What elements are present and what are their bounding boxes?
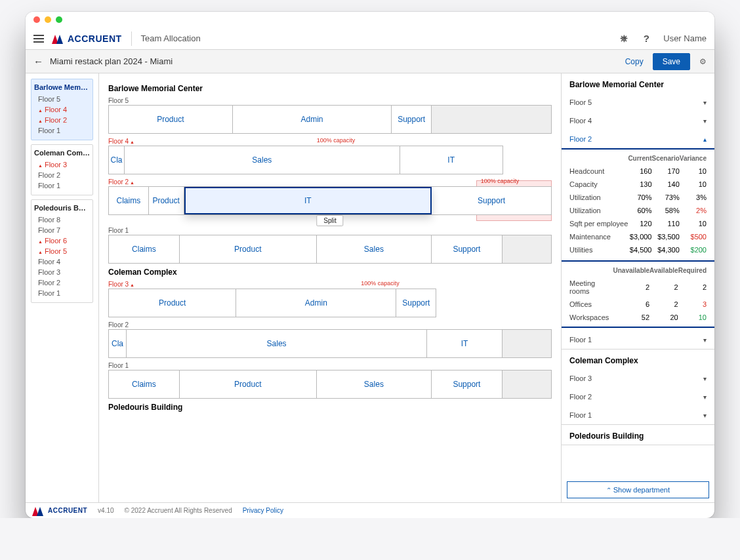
- sidenav: Barlowe Memorial ...Floor 5Floor 4Floor …: [26, 73, 99, 502]
- panel-floor-row[interactable]: Floor 1: [562, 406, 714, 424]
- floor-label: Floor 1: [108, 362, 552, 369]
- panel-floor-row[interactable]: Floor 4: [562, 111, 714, 130]
- department-slot[interactable]: Admin: [236, 289, 396, 317]
- sidenav-floor[interactable]: Floor 6: [34, 235, 90, 246]
- mac-min-icon[interactable]: [45, 16, 51, 23]
- privacy-link[interactable]: Privacy Policy: [243, 507, 283, 514]
- panel-floor-row[interactable]: Floor 2: [562, 130, 714, 150]
- department-slot[interactable]: Support: [432, 235, 503, 263]
- beacon-icon[interactable]: ⛯: [619, 33, 629, 44]
- split-button[interactable]: Split: [316, 215, 343, 226]
- module-title: Team Allocation: [141, 33, 201, 43]
- sidenav-floor[interactable]: Floor 1: [34, 180, 90, 191]
- floor-row: ClaSalesIT: [108, 146, 503, 174]
- brand-mark-icon: [53, 33, 64, 44]
- department-slot[interactable]: Admin: [233, 106, 392, 133]
- sidenav-floor[interactable]: Floor 5: [34, 94, 90, 104]
- right-panel: Barlowe Memorial CenterFloor 5Floor 4Flo…: [561, 73, 714, 502]
- mac-close-icon[interactable]: [33, 16, 40, 23]
- sidenav-floor[interactable]: Floor 5: [34, 246, 90, 256]
- department-slot[interactable]: Claims: [109, 187, 149, 214]
- building-title: Barlowe Memorial Center: [108, 84, 552, 93]
- footer-copyright: © 2022 Accruent All Rights Reserved: [125, 507, 232, 514]
- sidenav-building[interactable]: Coleman ComplexFloor 3Floor 2Floor 1: [31, 144, 93, 195]
- menu-icon[interactable]: [33, 35, 44, 43]
- sidenav-floor[interactable]: Floor 3: [34, 159, 90, 170]
- sidenav-floor[interactable]: Floor 3: [34, 267, 90, 277]
- department-slot[interactable]: Claims: [109, 370, 180, 398]
- department-slot[interactable]: Support: [392, 106, 432, 133]
- floor-label: Floor 3: [108, 281, 552, 288]
- copy-button[interactable]: Copy: [625, 57, 644, 66]
- sidenav-floor[interactable]: Floor 2: [34, 115, 90, 125]
- floor-row: ClaimsProductSalesSupport: [108, 235, 552, 264]
- sidenav-floor[interactable]: Floor 1: [34, 125, 90, 136]
- panel-floor-row[interactable]: Floor 1: [562, 330, 714, 349]
- sidenav-floor[interactable]: Floor 1: [34, 288, 90, 298]
- panel-floor-row[interactable]: Floor 2: [562, 388, 714, 406]
- user-name[interactable]: User Name: [663, 33, 707, 43]
- floor-label: Floor 5: [108, 97, 552, 104]
- footer-version: v4.10: [98, 507, 113, 514]
- department-slot[interactable]: Product: [180, 235, 317, 263]
- footer-logo: ACCRUENT: [33, 506, 87, 516]
- department-slot[interactable]: Product: [109, 289, 236, 317]
- brand-mark-icon: [33, 506, 44, 516]
- department-slot[interactable]: Sales: [127, 330, 427, 357]
- empty-slot: [503, 330, 551, 357]
- sidenav-building[interactable]: Barlowe Memorial ...Floor 5Floor 4Floor …: [31, 79, 93, 140]
- brand-logo: ACCRUENT: [53, 33, 122, 44]
- back-icon[interactable]: ←: [33, 56, 43, 67]
- canvas: Barlowe Memorial CenterFloor 5ProductAdm…: [99, 73, 561, 502]
- panel-building-title: Coleman Complex: [562, 350, 714, 369]
- floor-label: Floor 2: [108, 321, 552, 329]
- panel-floor-row[interactable]: Floor 5: [562, 93, 714, 111]
- department-slot[interactable]: IT: [400, 146, 503, 174]
- department-slot[interactable]: Cla: [109, 146, 125, 174]
- divider: [131, 31, 132, 46]
- floor-row: ClaimsProductITSupport: [108, 186, 552, 215]
- panel-building-title: Poledouris Building: [562, 425, 714, 445]
- department-slot[interactable]: Support: [432, 370, 503, 398]
- empty-slot: [503, 370, 551, 398]
- empty-slot: [432, 106, 551, 133]
- floor-label: Floor 1: [108, 227, 552, 234]
- department-slot[interactable]: Claims: [109, 235, 180, 263]
- department-slot[interactable]: IT: [427, 330, 503, 357]
- department-slot[interactable]: Support: [396, 289, 436, 317]
- mac-max-icon[interactable]: [56, 16, 62, 23]
- show-department-button[interactable]: Show department: [567, 481, 709, 498]
- panel-building-title: Barlowe Memorial Center: [562, 73, 714, 93]
- sidenav-building[interactable]: Poledouris BuildingFloor 8Floor 7Floor 6…: [31, 199, 93, 303]
- floor-row: ClaimsProductSalesSupport: [108, 370, 552, 399]
- department-slot[interactable]: Support: [432, 187, 551, 214]
- sidenav-floor[interactable]: Floor 2: [34, 170, 90, 180]
- floor-row: ProductAdminSupport: [108, 289, 436, 317]
- gear-icon[interactable]: ⚙: [699, 57, 707, 66]
- department-slot[interactable]: Cla: [109, 330, 127, 357]
- sidenav-floor[interactable]: Floor 4: [34, 104, 90, 115]
- help-icon[interactable]: ?: [641, 33, 651, 44]
- department-slot[interactable]: Sales: [317, 235, 432, 263]
- sidenav-floor[interactable]: Floor 7: [34, 225, 90, 235]
- capacity-marker: 100% capacity: [317, 137, 356, 144]
- sidenav-building-title: Poledouris Building: [34, 204, 90, 212]
- sidenav-floor[interactable]: Floor 2: [34, 277, 90, 288]
- department-slot[interactable]: Product: [109, 106, 233, 133]
- sidenav-building-title: Coleman Complex: [34, 149, 90, 157]
- department-slot[interactable]: Product: [180, 370, 317, 398]
- department-slot[interactable]: Sales: [317, 370, 432, 398]
- panel-floor-row[interactable]: Floor 3: [562, 369, 714, 388]
- department-slot[interactable]: Product: [149, 187, 184, 214]
- brand-text: ACCRUENT: [68, 33, 122, 44]
- building-title: Coleman Complex: [108, 268, 552, 277]
- empty-slot: [503, 235, 551, 263]
- department-slot[interactable]: IT: [184, 187, 432, 214]
- capacity-marker: 100% capacity: [361, 280, 400, 287]
- floor-row: ProductAdminSupport: [108, 105, 552, 134]
- sidenav-floor[interactable]: Floor 4: [34, 256, 90, 267]
- sidenav-floor[interactable]: Floor 8: [34, 214, 90, 225]
- save-button[interactable]: Save: [653, 53, 690, 70]
- floor-row: ClaSalesIT: [108, 329, 552, 358]
- department-slot[interactable]: Sales: [125, 146, 400, 174]
